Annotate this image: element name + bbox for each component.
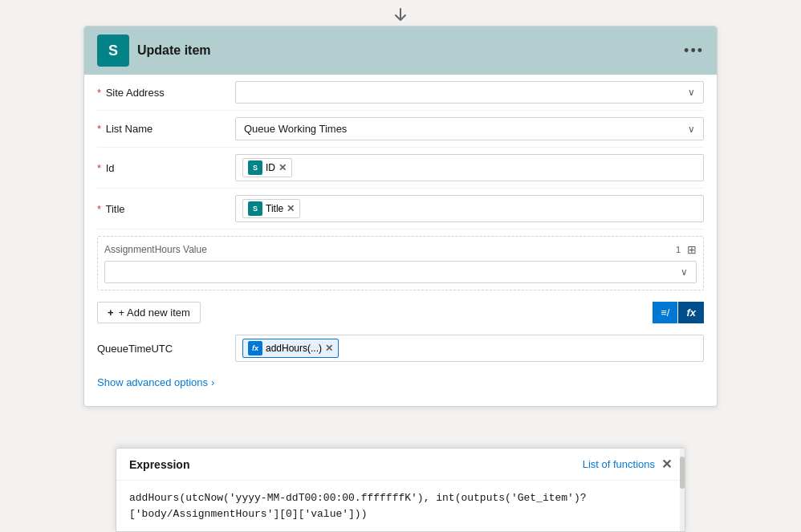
queue-token: fx addHours(...) ✕ [242,339,339,358]
id-token-icon: S [248,160,262,175]
add-new-plus-icon: + [108,307,114,319]
queue-label: QueueTimeUTC [97,343,226,355]
site-address-dropdown[interactable]: ∨ [235,81,704,104]
assignment-label: AssignmentHours Value [104,244,207,255]
show-advanced-chevron-icon: › [211,376,214,388]
add-new-item-button[interactable]: + + Add new item [97,302,201,323]
show-advanced-link[interactable]: Show advanced options › [97,372,704,393]
more-options-button[interactable]: ••• [684,43,704,59]
list-name-row: * List Name Queue Working Times ∨ [97,111,704,148]
expression-content: addHours(utcNow('yyyy-MM-ddT00:00:00.fff… [116,481,685,531]
expression-title: Expression [129,458,189,471]
filter-button[interactable]: ≡/ [653,302,677,323]
id-token-field[interactable]: S ID ✕ [235,154,704,181]
show-advanced-label: Show advanced options [97,376,208,388]
queue-token-label: addHours(...) [266,343,322,354]
queue-fx-icon: fx [248,341,262,355]
assignment-dropdown[interactable]: ∨ [104,261,697,283]
assignment-dropdown-chevron-icon: ∨ [681,266,688,278]
card-header-left: S Update item [97,35,211,67]
show-advanced-row: Show advanced options › [97,368,704,396]
list-name-value: Queue Working Times [244,123,347,135]
assignment-section: AssignmentHours Value 1 ⊞ ∨ [97,236,704,290]
sharepoint-icon: S [97,35,129,67]
assignment-number: 1 [676,245,681,254]
expression-close-button[interactable]: ✕ [661,457,672,472]
id-row: * Id S ID ✕ [97,148,704,189]
id-token-label: ID [266,162,275,173]
id-control: S ID ✕ [235,154,704,181]
card-header: S Update item ••• [84,26,717,75]
assignment-header: AssignmentHours Value 1 ⊞ [104,243,697,256]
title-token-close[interactable]: ✕ [287,203,295,214]
update-item-card: S Update item ••• * Site Address ∨ * [83,26,718,407]
id-label: * Id [97,162,226,174]
fx-button[interactable]: fx [678,302,704,323]
assignment-grid-icon[interactable]: ⊞ [687,243,697,256]
title-token-icon: S [248,201,262,216]
list-name-chevron-icon: ∨ [688,124,695,135]
formula-buttons: ≡/ fx [653,302,704,323]
title-token-field[interactable]: S Title ✕ [235,195,704,222]
card-title: Update item [137,43,211,58]
list-name-control: Queue Working Times ∨ [235,117,704,140]
site-address-label: * Site Address [97,87,226,99]
queue-token-field[interactable]: fx addHours(...) ✕ [235,335,704,362]
queue-control: fx addHours(...) ✕ [235,335,704,362]
list-name-label: * List Name [97,123,226,135]
list-name-dropdown[interactable]: Queue Working Times ∨ [235,117,704,140]
queue-row: QueueTimeUTC fx addHours(...) ✕ [97,328,704,368]
id-token: S ID ✕ [242,158,292,177]
title-token-label: Title [266,203,283,214]
expression-panel: Expression List of functions ✕ addHours(… [116,448,685,532]
add-new-item-label: + Add new item [119,307,190,319]
queue-token-close[interactable]: ✕ [325,343,333,354]
site-address-control: ∨ [235,81,704,104]
scrollbar-track[interactable] [680,449,685,531]
flow-arrow [0,0,801,26]
card-body: * Site Address ∨ * List Name Queue Worki… [84,75,717,406]
scrollbar-thumb[interactable] [680,457,685,489]
title-control: S Title ✕ [235,195,704,222]
expression-header: Expression List of functions ✕ [116,449,685,481]
list-of-functions-link[interactable]: List of functions [583,458,655,470]
id-token-close[interactable]: ✕ [279,162,287,173]
title-row: * Title S Title ✕ [97,189,704,229]
site-address-row: * Site Address ∨ [97,75,704,111]
expression-links: List of functions ✕ [583,457,672,472]
add-new-row: + + Add new item ≡/ fx [97,297,704,328]
title-token: S Title ✕ [242,199,300,218]
site-address-chevron-icon: ∨ [688,87,695,98]
expression-code: addHours(utcNow('yyyy-MM-ddT00:00:00.fff… [129,492,587,520]
title-label: * Title [97,203,226,215]
